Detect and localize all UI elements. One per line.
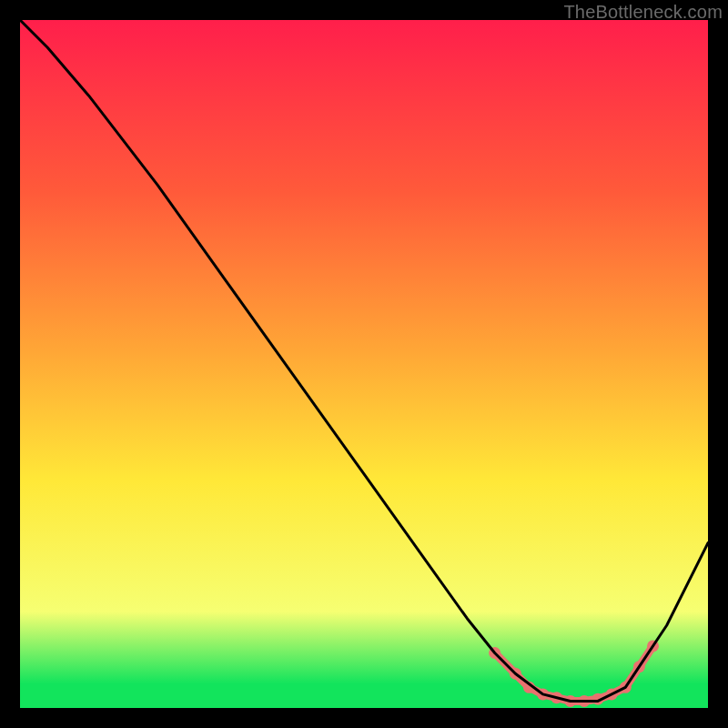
watermark-text: TheBottleneck.com (563, 2, 723, 23)
chart-stage: TheBottleneck.com (0, 0, 728, 728)
bottleneck-curve (20, 20, 708, 701)
plot-area (20, 20, 708, 708)
curve-layer (20, 20, 708, 708)
